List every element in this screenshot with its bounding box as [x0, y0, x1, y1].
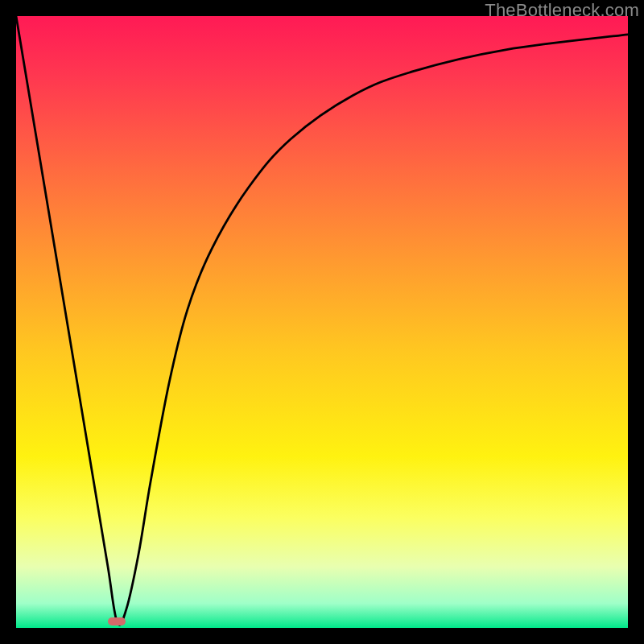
chart-frame: TheBottleneck.com [0, 0, 644, 644]
optimal-marker [108, 617, 126, 625]
curve-layer [16, 16, 628, 628]
plot-area [16, 16, 628, 628]
bottleneck-curve [16, 16, 628, 625]
